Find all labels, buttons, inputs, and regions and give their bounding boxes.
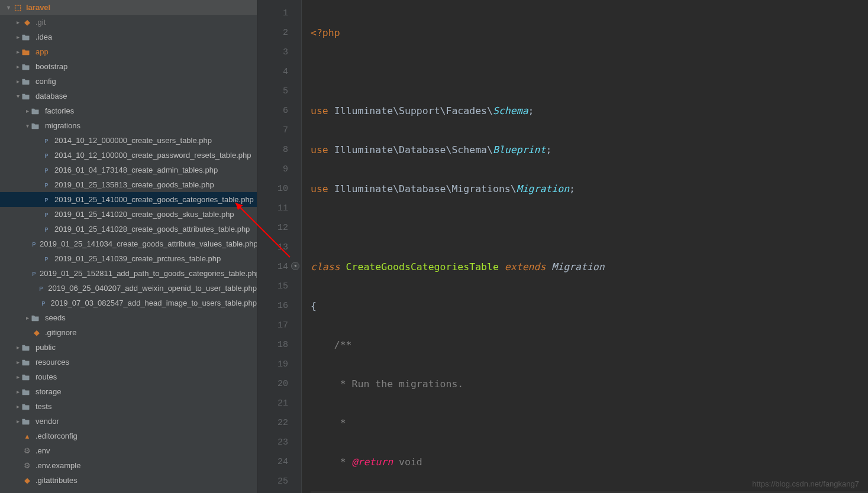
- tree-label: bootstrap: [36, 62, 67, 71]
- tree-item--idea[interactable]: .idea: [0, 30, 257, 44]
- tree-item-laravel[interactable]: ⬚laravel: [0, 0, 257, 15]
- code-editor[interactable]: ◂ 12345678910111213141516171819202122232…: [257, 0, 868, 493]
- watermark-text: https://blog.csdn.net/fangkang7: [752, 479, 859, 488]
- project-tree-sidebar[interactable]: ⬚laravel◆.git.ideaappbootstrapconfigdata…: [0, 0, 257, 493]
- tree-item-2019-01-25-141028-create-goods-attributes-table-php[interactable]: ᴘ2019_01_25_141028_create_goods_attribut…: [0, 222, 257, 236]
- tree-item--gitignore[interactable]: ◆.gitignore: [0, 325, 257, 340]
- git-file-icon: ◆: [22, 476, 32, 485]
- tree-item-config[interactable]: config: [0, 74, 257, 89]
- parent-class: Migration: [551, 261, 604, 273]
- line-number: 16: [261, 296, 288, 316]
- tree-item-2019-01-25-141039-create-prctures-table-php[interactable]: ᴘ2019_01_25_141039_create_prctures_table…: [0, 251, 257, 266]
- tree-item-storage[interactable]: storage: [0, 384, 257, 399]
- php-file-icon: ᴘ: [41, 166, 51, 175]
- line-number: 24: [261, 452, 288, 472]
- tree-item-2016-01-04-173148-create-admin-tables-php[interactable]: ᴘ2016_01_04_173148_create_admin_tables.p…: [0, 163, 257, 177]
- tree-item-2014-10-12-100000-create-password-resets-table-php[interactable]: ᴘ2014_10_12_100000_create_password_reset…: [0, 148, 257, 163]
- doc-tag-return: @return: [352, 456, 393, 468]
- tree-item-2014-10-12-000000-create-users-table-php[interactable]: ᴘ2014_10_12_000000_create_users_table.ph…: [0, 133, 257, 148]
- tree-label: 2019_01_25_141000_create_goods_categorie…: [54, 195, 254, 204]
- php-file-icon: ᴘ: [32, 239, 36, 249]
- folder-icon: [22, 47, 32, 57]
- tree-label: 2014_10_12_100000_create_password_resets…: [54, 151, 251, 160]
- tree-item--git[interactable]: ◆.git: [0, 15, 257, 30]
- chevron-open-icon[interactable]: [4, 4, 13, 11]
- tree-label: 2019_06_25_040207_add_weixin_openid_to_u…: [48, 284, 257, 293]
- tree-label: seeds: [45, 313, 66, 322]
- tree-label: .editorconfig: [36, 432, 78, 440]
- folder-icon: [22, 62, 32, 72]
- doc: *: [334, 456, 352, 468]
- tree-label: 2014_10_12_000000_create_users_table.php: [54, 136, 212, 145]
- tree-item-2019-06-25-040207-add-weixin-openid-to-user-table-php[interactable]: ᴘ2019_06_25_040207_add_weixin_openid_to_…: [0, 281, 257, 296]
- php-file-icon: ᴘ: [41, 195, 51, 205]
- tree-item--gitattributes[interactable]: ◆.gitattributes: [0, 473, 257, 488]
- collapse-button[interactable]: ◂: [291, 262, 299, 270]
- chevron-closed-icon[interactable]: [13, 19, 22, 25]
- tree-label: .env: [36, 446, 50, 455]
- tree-item-tests[interactable]: tests: [0, 399, 257, 414]
- tree-label: vendor: [36, 417, 59, 426]
- cls-migration: Migration: [517, 183, 569, 194]
- tree-item--editorconfig[interactable]: ▲.editorconfig: [0, 429, 257, 443]
- tree-label: 2019_01_25_135813_create_goods_table.php: [54, 180, 214, 189]
- tree-label: storage: [36, 387, 61, 396]
- tree-item-2019-01-25-135813-create-goods-table-php[interactable]: ᴘ2019_01_25_135813_create_goods_table.ph…: [0, 177, 257, 192]
- tree-item--env[interactable]: ⚙.env: [0, 443, 257, 458]
- ns: Illuminate\Support\Facades\: [334, 105, 493, 116]
- tree-item-app[interactable]: app: [0, 44, 257, 59]
- tree-label: .env.example: [36, 461, 80, 470]
- tree-item-2019-01-25-141020-create-goods-skus-table-php[interactable]: ᴘ2019_01_25_141020_create_goods_skus_tab…: [0, 207, 257, 222]
- tree-item-2019-01-25-152811-add-path-to-goods-categories-table-php[interactable]: ᴘ2019_01_25_152811_add_path_to_goods_cat…: [0, 266, 257, 281]
- folder-icon: [32, 106, 41, 116]
- tree-label: migrations: [45, 121, 80, 130]
- tree-item-2019-01-25-141034-create-goods-attribute-values-table-php[interactable]: ᴘ2019_01_25_141034_create_goods_attribut…: [0, 236, 257, 251]
- tree-label: config: [36, 77, 56, 86]
- php-file-icon: ᴘ: [40, 299, 47, 308]
- php-file-icon: ᴘ: [41, 210, 51, 219]
- tree-label: .gitignore: [45, 328, 76, 337]
- line-number: 17: [261, 316, 288, 335]
- tree-item-database[interactable]: database: [0, 89, 257, 103]
- folder-icon: [22, 372, 32, 382]
- tree-item-public[interactable]: public: [0, 340, 257, 355]
- gear-icon: ⚙: [22, 446, 32, 456]
- tree-label: 2019_07_03_082547_add_head_image_to_user…: [51, 299, 257, 307]
- tree-item-seeds[interactable]: seeds: [0, 310, 257, 325]
- tree-label: 2019_01_25_141020_create_goods_skus_tabl…: [54, 210, 234, 219]
- tree-item-factories[interactable]: factories: [0, 103, 257, 118]
- class-name: CreateGoodsCategoriesTable: [346, 261, 499, 273]
- line-number: 12: [261, 218, 288, 238]
- tree-label: tests: [36, 402, 51, 411]
- tree-item--env-example[interactable]: ⚙.env.example: [0, 458, 257, 473]
- line-number: 25: [261, 472, 288, 491]
- doc-type: void: [399, 456, 422, 468]
- tree-label: .gitattributes: [36, 476, 78, 485]
- gear-icon: ⚙: [22, 461, 32, 471]
- tree-item-2019-07-03-082547-add-head-image-to-users-table-php[interactable]: ᴘ2019_07_03_082547_add_head_image_to_use…: [0, 296, 257, 310]
- line-number-gutter: ◂ 12345678910111213141516171819202122232…: [257, 0, 302, 493]
- tree-label: public: [36, 343, 56, 352]
- git-icon: ◆: [22, 18, 32, 27]
- line-number: 2: [261, 23, 288, 43]
- line-number: 5: [261, 82, 288, 101]
- tree-label: app: [36, 47, 49, 56]
- tree-label: database: [36, 92, 67, 100]
- tree-label: 2019_01_25_141039_create_prctures_table.…: [54, 254, 221, 263]
- kw-extends: extends: [505, 261, 546, 273]
- tree-item-routes[interactable]: routes: [0, 369, 257, 384]
- tree-label: routes: [36, 372, 57, 381]
- tree-item-migrations[interactable]: migrations: [0, 118, 257, 133]
- tree-label: 2019_01_25_141034_create_goods_attribute…: [40, 239, 257, 248]
- tree-item-resources[interactable]: resources: [0, 355, 257, 369]
- git-file-icon: ◆: [32, 328, 41, 338]
- tree-item-bootstrap[interactable]: bootstrap: [0, 59, 257, 74]
- tree-item-vendor[interactable]: vendor: [0, 414, 257, 429]
- line-number: 21: [261, 394, 288, 413]
- code-content[interactable]: <?php use Illuminate\Support\Facades\Sch…: [302, 0, 868, 493]
- project-root-icon: ⬚: [13, 3, 22, 12]
- tree-item-2019-01-25-141000-create-goods-categories-table-php[interactable]: ᴘ2019_01_25_141000_create_goods_categori…: [0, 192, 257, 207]
- php-file-icon: ᴘ: [41, 136, 51, 145]
- line-number: 20: [261, 374, 288, 394]
- ns: Illuminate\Database\Schema\: [334, 144, 493, 155]
